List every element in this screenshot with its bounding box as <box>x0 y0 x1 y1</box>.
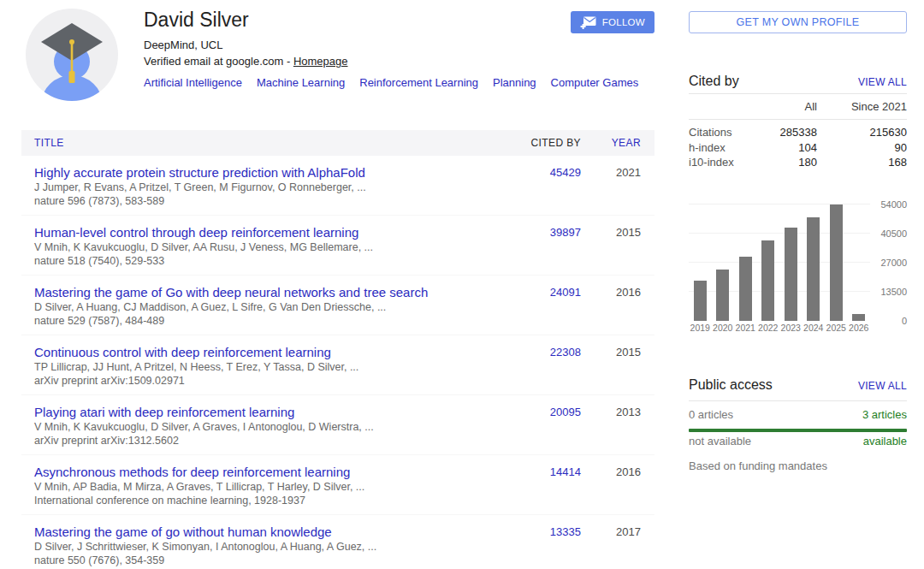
chart-x-tick-label: 2022 <box>757 323 780 333</box>
publication-title-link[interactable]: Mastering the game of Go with deep neura… <box>34 285 428 299</box>
chart-year-labels: 20192020202120222023202420252026 <box>689 323 870 333</box>
publication-venue: nature 596 (7873), 583-589 <box>34 194 502 208</box>
homepage-link[interactable]: Homepage <box>293 55 348 68</box>
profile-avatar[interactable] <box>26 9 118 101</box>
citations-bar-chart: 20192020202120222023202420252026 0135002… <box>689 201 907 336</box>
publication-title-link[interactable]: Highly accurate protein structure predic… <box>34 165 365 180</box>
cited-by-column-headers: All Since 2021 <box>689 94 907 119</box>
publication-authors: V Mnih, K Kavukcuoglu, D Silver, AA Rusu… <box>34 240 502 254</box>
chart-bar-cell <box>803 204 826 321</box>
chart-bar[interactable] <box>807 217 820 321</box>
interest-tag[interactable]: Machine Learning <box>257 76 345 89</box>
chart-x-tick-label: 2023 <box>779 323 803 333</box>
interest-tag[interactable]: Reinforcement Learning <box>359 76 478 89</box>
publication-authors: V Mnih, K Kavukcuoglu, D Silver, A Grave… <box>34 420 502 434</box>
table-row: Highly accurate protein structure predic… <box>21 156 654 216</box>
chart-y-tick-label: 40500 <box>873 228 907 239</box>
chart-plot-area <box>689 204 870 321</box>
chart-bar[interactable] <box>785 228 797 320</box>
publication-venue: International conference on machine lear… <box>34 494 502 507</box>
interest-tag[interactable]: Planning <box>493 76 536 89</box>
citation-stats: Citations285338215630h-index10490i10-ind… <box>689 120 907 170</box>
interest-tag[interactable]: Computer Games <box>551 76 639 89</box>
public-access-note: Based on funding mandates <box>689 459 907 472</box>
public-access-view-all-link[interactable]: VIEW ALL <box>858 380 907 392</box>
column-header-year[interactable]: YEAR <box>581 137 641 149</box>
public-access-title: Public access <box>689 377 773 393</box>
citation-stat-row: i10-index180168 <box>689 155 907 170</box>
follow-envelope-icon <box>580 16 596 29</box>
chart-bar[interactable] <box>830 204 843 321</box>
publication-authors: D Silver, A Huang, CJ Maddison, A Guez, … <box>34 300 502 314</box>
cited-by-section-header: Cited by VIEW ALL <box>689 74 907 89</box>
public-access-counts: 0 articles 3 articles <box>689 401 907 421</box>
stat-label: Citations <box>689 125 744 140</box>
publication-title-link[interactable]: Continuous control with deep reinforceme… <box>34 345 331 359</box>
publication-cited-count[interactable]: 22308 <box>512 344 581 388</box>
chart-bar[interactable] <box>852 314 865 320</box>
publication-cited-count[interactable]: 24091 <box>512 284 581 328</box>
column-header-title[interactable]: TITLE <box>21 137 512 149</box>
citation-stat-row: h-index10490 <box>689 140 907 156</box>
chart-y-tick-label: 13500 <box>873 287 907 297</box>
publication-venue: nature 550 (7676), 354-359 <box>34 554 502 567</box>
stat-label: h-index <box>689 140 744 156</box>
chart-bar-cell <box>848 204 871 321</box>
stat-value-since: 90 <box>817 140 907 156</box>
interest-tags: Artificial IntelligenceMachine LearningR… <box>144 74 654 90</box>
publication-cited-count[interactable]: 14414 <box>512 464 581 507</box>
chart-bar[interactable] <box>694 281 707 321</box>
cited-by-title: Cited by <box>689 74 739 89</box>
chart-bars <box>689 204 870 321</box>
citation-stat-row: Citations285338215630 <box>689 125 907 140</box>
publication-year: 2015 <box>581 224 641 268</box>
publication-venue: arXiv preprint arXiv:1312.5602 <box>34 434 502 447</box>
publication-cited-count[interactable]: 45429 <box>512 164 581 208</box>
chart-x-tick-label: 2025 <box>825 323 848 333</box>
publication-authors: J Jumper, R Evans, A Pritzel, T Green, M… <box>34 181 502 194</box>
publication-title-link[interactable]: Human-level control through deep reinfor… <box>34 225 358 240</box>
chart-x-tick-label: 2020 <box>712 323 735 333</box>
chart-x-tick-label: 2024 <box>803 323 826 333</box>
publication-authors: TP Lillicrap, JJ Hunt, A Pritzel, N Hees… <box>34 360 502 374</box>
chart-bar-cell <box>825 204 848 321</box>
public-access-left-label: not available <box>689 435 751 447</box>
publications-table: TITLE CITED BY YEAR Highly accurate prot… <box>21 130 654 569</box>
public-access-right-label: available <box>863 435 907 447</box>
publication-authors: D Silver, J Schrittwieser, K Simonyan, I… <box>34 540 502 554</box>
profile-verified-line: Verified email at google.com - Homepage <box>144 53 654 69</box>
publication-title-link[interactable]: Asynchronous methods for deep reinforcem… <box>34 465 350 479</box>
publications-table-header: TITLE CITED BY YEAR <box>21 130 654 156</box>
publication-cited-count[interactable]: 13335 <box>512 524 581 567</box>
chart-bar-cell <box>689 204 712 321</box>
cited-by-col-all: All <box>744 100 817 113</box>
publication-cited-count[interactable]: 39897 <box>512 224 581 268</box>
publication-cited-count[interactable]: 20095 <box>512 404 581 447</box>
publication-venue: nature 518 (7540), 529-533 <box>34 254 502 268</box>
chart-bar[interactable] <box>716 270 729 320</box>
publication-main: Playing atari with deep reinforcement le… <box>21 404 512 447</box>
follow-button-label: FOLLOW <box>602 17 645 27</box>
table-row: Playing atari with deep reinforcement le… <box>21 395 654 455</box>
publication-year: 2015 <box>581 344 641 388</box>
publication-year: 2016 <box>581 284 641 328</box>
stat-value-all: 104 <box>744 140 817 156</box>
chart-bar[interactable] <box>761 240 774 320</box>
publication-main: Mastering the game of go without human k… <box>21 524 512 567</box>
public-access-left-count: 0 articles <box>689 408 733 421</box>
publication-venue: arXiv preprint arXiv:1509.02971 <box>34 374 502 388</box>
column-header-cited-by[interactable]: CITED BY <box>512 137 581 149</box>
publication-title-link[interactable]: Mastering the game of go without human k… <box>34 525 332 539</box>
get-my-own-profile-button[interactable]: GET MY OWN PROFILE <box>689 11 907 33</box>
interest-tag[interactable]: Artificial Intelligence <box>144 76 242 89</box>
cited-by-view-all-link[interactable]: VIEW ALL <box>858 76 907 88</box>
graduate-avatar-icon <box>26 9 118 101</box>
chart-bar[interactable] <box>739 257 752 320</box>
chart-y-tick-label: 0 <box>873 316 907 326</box>
publication-title-link[interactable]: Playing atari with deep reinforcement le… <box>34 405 294 419</box>
table-row: Human-level control through deep reinfor… <box>21 216 654 276</box>
stat-value-since: 168 <box>817 155 907 170</box>
follow-button[interactable]: FOLLOW <box>571 11 654 33</box>
publication-year: 2021 <box>581 164 641 208</box>
table-row: Asynchronous methods for deep reinforcem… <box>21 455 654 515</box>
